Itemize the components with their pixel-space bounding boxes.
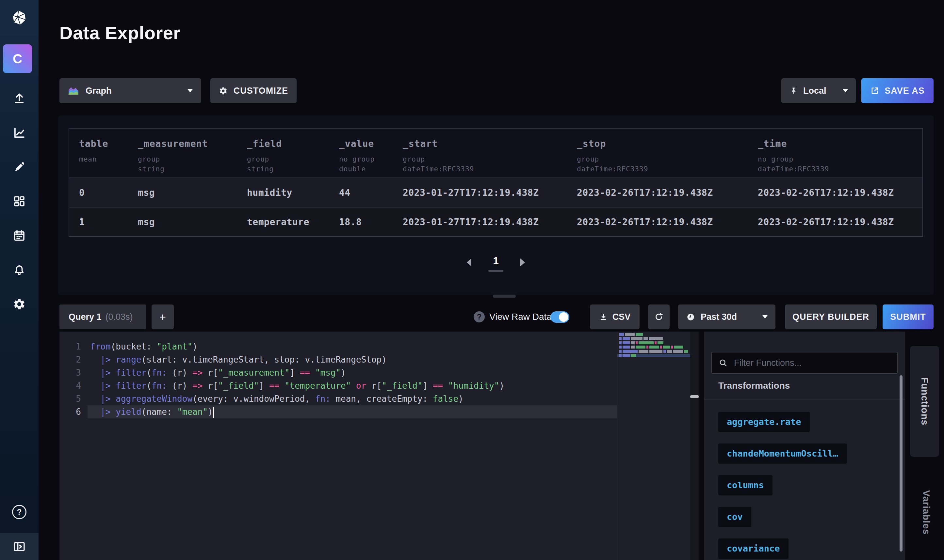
column-sub-label: no groupdateTime:RFC3339 <box>758 154 922 174</box>
pagination: 1 <box>58 255 933 272</box>
code-line[interactable]: |> yield(name: "mean") <box>88 405 617 418</box>
csv-download-button[interactable]: CSV <box>590 305 640 329</box>
save-as-button[interactable]: SAVE AS <box>861 78 933 103</box>
pencil-icon <box>13 160 26 174</box>
view-controls-row: Graph CUSTOMIZE Local SAVE AS <box>59 78 933 103</box>
chevron-down-icon <box>843 89 848 92</box>
table-cell: 2023-02-26T17:12:19.438Z <box>748 217 922 228</box>
table-cell: msg <box>128 187 237 198</box>
view-type-dropdown[interactable]: Graph <box>59 78 201 103</box>
raw-data-table: tablemean_measurementgroupstring_fieldgr… <box>69 128 923 237</box>
filter-functions-input[interactable]: Filter Functions... <box>711 352 898 374</box>
export-icon <box>870 86 879 95</box>
code-line[interactable]: |> aggregateWindow(every: v.windowPeriod… <box>88 392 617 405</box>
function-chip[interactable]: aggregate.rate <box>718 412 810 432</box>
sidebar-item-load-data[interactable] <box>12 91 26 106</box>
table-cell: 2023-01-27T17:12:19.438Z <box>393 217 567 228</box>
sidebar-item-data-explorer[interactable] <box>12 126 26 140</box>
line-number: 3 <box>59 366 88 379</box>
line-number: 4 <box>59 379 88 392</box>
customize-button[interactable]: CUSTOMIZE <box>210 78 296 103</box>
column-label: _field <box>247 138 329 149</box>
line-number: 2 <box>59 353 88 366</box>
table-cell: 44 <box>329 187 393 198</box>
table-body: 0msghumidity442023-01-27T17:12:19.438Z20… <box>69 177 922 236</box>
functions-section-label: Transformations <box>718 380 790 391</box>
query-tab[interactable]: Query 1 (0.03s) <box>59 305 147 329</box>
write-scope-dropdown[interactable]: Local <box>781 78 856 103</box>
column-label: table <box>79 138 128 149</box>
prev-page-icon[interactable] <box>467 258 471 266</box>
function-chip[interactable]: chandeMomentumOscill… <box>718 443 847 464</box>
functions-scrollbar[interactable] <box>899 375 902 552</box>
chevron-down-icon <box>762 315 768 318</box>
query-duration: (0.03s) <box>105 312 133 322</box>
table-header-row: tablemean_measurementgroupstring_fieldgr… <box>69 129 922 177</box>
panel-resize-handle[interactable] <box>493 295 516 298</box>
function-chip[interactable]: cov <box>718 507 751 527</box>
divider-drag-handle[interactable] <box>690 395 699 398</box>
column-sub-label: no groupdouble <box>339 154 393 174</box>
code-line[interactable]: |> filter(fn: (r) => r["_field"] == "tem… <box>88 379 617 392</box>
next-page-icon[interactable] <box>520 258 525 266</box>
submit-button[interactable]: SUBMIT <box>882 305 933 329</box>
page-indicator[interactable]: 1 <box>488 255 503 272</box>
customize-label: CUSTOMIZE <box>234 86 288 96</box>
sidebar-item-tasks[interactable] <box>12 228 26 243</box>
chevron-down-icon <box>188 89 193 92</box>
add-query-button[interactable]: + <box>151 305 174 329</box>
table-cell: humidity <box>237 187 329 198</box>
dashboards-grid-icon <box>12 194 26 208</box>
code-line[interactable]: from(bucket: "plant") <box>88 340 617 353</box>
table-row[interactable]: 0msghumidity442023-01-27T17:12:19.438Z20… <box>69 177 922 207</box>
functions-list: aggregate.ratechandeMomentumOscill…colum… <box>718 412 847 559</box>
table-row[interactable]: 1msgtemperature18.82023-01-27T17:12:19.4… <box>69 207 922 236</box>
minimap-line <box>617 354 690 357</box>
influxdb-logo[interactable] <box>0 0 39 36</box>
column-label: _time <box>758 138 922 149</box>
column-header: _valueno groupdouble <box>329 129 393 177</box>
raw-data-help-icon[interactable]: ? <box>474 311 485 322</box>
query-builder-button[interactable]: QUERY BUILDER <box>785 305 877 329</box>
query-toolbar: Query 1 (0.03s) + ? View Raw Data CSV <box>59 305 933 329</box>
sidebar-expand-section <box>0 533 39 560</box>
gear-icon <box>219 86 228 95</box>
view-raw-data-toggle[interactable] <box>551 311 569 323</box>
page-title: Data Explorer <box>59 22 180 43</box>
column-sub-label: mean <box>79 154 128 164</box>
code-line[interactable]: |> range(start: v.timeRangeStart, stop: … <box>88 353 617 366</box>
line-number: 6 <box>59 405 88 418</box>
table-cell: 18.8 <box>329 217 393 228</box>
refresh-icon <box>654 312 664 322</box>
function-chip[interactable]: covariance <box>718 538 788 559</box>
org-avatar[interactable]: C <box>3 45 32 73</box>
editor-minimap[interactable] <box>617 332 690 560</box>
save-as-label: SAVE AS <box>885 86 925 96</box>
sidebar-item-alerts[interactable] <box>12 263 26 277</box>
help-button[interactable]: ? <box>12 505 26 519</box>
sidebar-item-notebooks[interactable] <box>12 160 26 174</box>
column-header: _measurementgroupstring <box>128 129 237 177</box>
search-placeholder: Filter Functions... <box>734 358 802 368</box>
upload-icon <box>12 92 26 105</box>
tab-variables[interactable]: Variables <box>915 467 938 558</box>
table-cell: msg <box>128 217 237 228</box>
gear-icon <box>13 298 26 311</box>
flux-code-editor[interactable]: 123456 from(bucket: "plant") |> range(st… <box>59 332 690 560</box>
function-chip[interactable]: columns <box>718 475 773 495</box>
column-sub-label: groupstring <box>247 154 329 174</box>
sidebar-item-settings[interactable] <box>12 297 26 311</box>
tab-functions[interactable]: Functions <box>910 346 939 457</box>
minimap-line <box>617 346 690 349</box>
expand-sidebar-icon[interactable] <box>12 540 26 554</box>
code-line[interactable]: |> filter(fn: (r) => r["_measurement"] =… <box>88 366 617 379</box>
editor-panel-divider[interactable] <box>690 332 699 560</box>
column-sub-label: groupdateTime:RFC3339 <box>577 154 748 174</box>
time-range-dropdown[interactable]: Past 30d <box>678 305 776 329</box>
sidebar-item-dashboards[interactable] <box>12 194 26 209</box>
time-range-label: Past 30d <box>701 312 737 322</box>
editor-code[interactable]: from(bucket: "plant") |> range(start: v.… <box>88 340 617 418</box>
minimap-line <box>617 333 690 336</box>
column-sub-label: groupstring <box>138 154 237 174</box>
refresh-button[interactable] <box>648 305 669 329</box>
